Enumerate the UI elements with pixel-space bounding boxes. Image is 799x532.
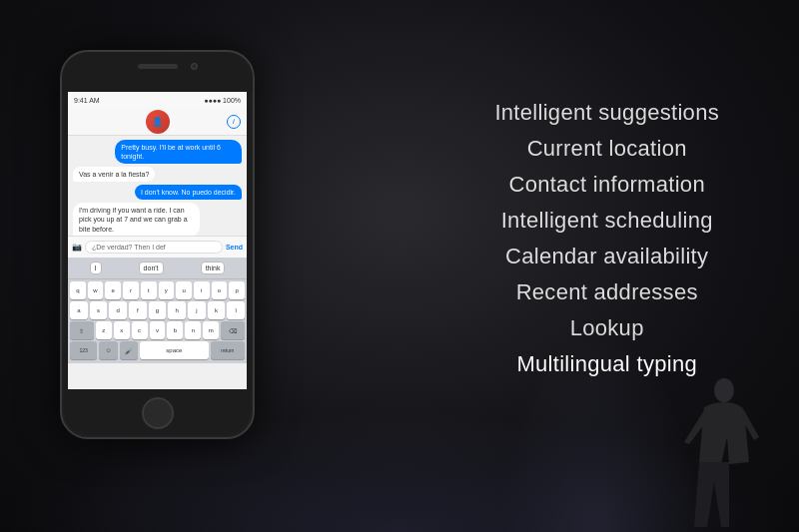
input-bar: 📷 ¿De verdad? Then I def Send: [68, 236, 247, 258]
suggestion-2[interactable]: don't: [139, 262, 164, 274]
key-d[interactable]: d: [109, 301, 127, 319]
message-input[interactable]: ¿De verdad? Then I def: [85, 241, 223, 254]
key-r[interactable]: r: [123, 281, 139, 299]
key-h[interactable]: h: [168, 301, 186, 319]
key-space[interactable]: space: [140, 341, 209, 359]
speaker-grill: [138, 64, 178, 69]
key-k[interactable]: k: [208, 301, 226, 319]
front-camera: [191, 63, 198, 70]
feature-current-location: Current location: [494, 136, 719, 162]
iphone-frame: 9:41 AM ●●●● 100% 👤 i Pretty busy. I'll …: [60, 50, 255, 439]
quicktype-bar: I don't think: [68, 258, 247, 279]
message-sent-1: Pretty busy. I'll be at work until 6 ton…: [73, 140, 242, 164]
message-received-1: Vas a venir a la fiesta?: [73, 167, 242, 182]
feature-list: Intelligent suggestions Current location…: [494, 100, 719, 377]
bubble-1: Pretty busy. I'll be at work until 6 ton…: [115, 140, 242, 164]
contact-avatar: 👤: [146, 110, 170, 134]
key-w[interactable]: w: [88, 281, 104, 299]
home-button[interactable]: [142, 397, 174, 429]
feature-intelligent-scheduling: Intelligent scheduling: [494, 208, 719, 234]
feature-contact-information: Contact information: [494, 172, 719, 198]
bubble-2: Vas a venir a la fiesta?: [73, 167, 155, 182]
key-mic[interactable]: 🎤: [120, 341, 138, 359]
key-shift[interactable]: ⇧: [70, 321, 94, 339]
status-bar: 9:41 AM ●●●● 100%: [68, 92, 247, 108]
key-emoji[interactable]: ☺: [99, 341, 117, 359]
bubble-3: I don't know. No puedo decidir.: [135, 185, 242, 200]
key-p[interactable]: p: [229, 281, 245, 299]
key-o[interactable]: o: [212, 281, 228, 299]
key-row-4: 123 ☺ 🎤 space return: [70, 341, 245, 359]
key-s[interactable]: s: [90, 301, 108, 319]
key-l[interactable]: l: [227, 301, 245, 319]
messages-area: Pretty busy. I'll be at work until 6 ton…: [68, 136, 247, 236]
key-n[interactable]: n: [185, 321, 201, 339]
info-icon[interactable]: i: [227, 115, 241, 129]
messages-header: 👤 i: [68, 108, 247, 136]
message-sent-2: I don't know. No puedo decidir.: [73, 185, 242, 200]
key-b[interactable]: b: [167, 321, 183, 339]
phone-container: 9:41 AM ●●●● 100% 👤 i Pretty busy. I'll …: [60, 50, 280, 469]
key-a[interactable]: a: [70, 301, 88, 319]
key-y[interactable]: y: [159, 281, 175, 299]
feature-recent-addresses: Recent addresses: [494, 279, 719, 305]
key-f[interactable]: f: [129, 301, 147, 319]
feature-lookup: Lookup: [494, 315, 719, 341]
key-v[interactable]: v: [150, 321, 166, 339]
presenter-silhouette: [669, 372, 769, 532]
key-i[interactable]: i: [194, 281, 210, 299]
key-row-3: ⇧ z x c v b n m ⌫: [70, 321, 245, 339]
key-return[interactable]: return: [211, 341, 245, 359]
key-u[interactable]: u: [176, 281, 192, 299]
status-icons: ●●●● 100%: [204, 97, 241, 104]
key-e[interactable]: e: [105, 281, 121, 299]
bubble-4: I'm driving if you want a ride. I can pi…: [73, 203, 200, 236]
key-q[interactable]: q: [70, 281, 86, 299]
key-g[interactable]: g: [149, 301, 167, 319]
feature-intelligent-suggestions: Intelligent suggestions: [494, 100, 719, 126]
status-time: 9:41 AM: [74, 97, 100, 104]
keyboard: q w e r t y u i o p a s d f g h: [68, 279, 247, 363]
key-m[interactable]: m: [203, 321, 219, 339]
svg-point-0: [714, 378, 734, 402]
send-button[interactable]: Send: [226, 244, 243, 251]
camera-icon[interactable]: 📷: [72, 243, 82, 252]
key-delete[interactable]: ⌫: [221, 321, 245, 339]
key-c[interactable]: c: [132, 321, 148, 339]
suggestion-1[interactable]: I: [90, 262, 102, 274]
suggestion-3[interactable]: think: [201, 262, 226, 274]
iphone-screen: 9:41 AM ●●●● 100% 👤 i Pretty busy. I'll …: [68, 92, 247, 389]
key-x[interactable]: x: [114, 321, 130, 339]
key-123[interactable]: 123: [70, 341, 97, 359]
key-t[interactable]: t: [141, 281, 157, 299]
key-z[interactable]: z: [96, 321, 112, 339]
key-row-2: a s d f g h j k l: [70, 301, 245, 319]
key-j[interactable]: j: [188, 301, 206, 319]
message-received-2: I'm driving if you want a ride. I can pi…: [73, 203, 242, 236]
feature-calendar-availability: Calendar availability: [494, 244, 719, 269]
key-row-1: q w e r t y u i o p: [70, 281, 245, 299]
